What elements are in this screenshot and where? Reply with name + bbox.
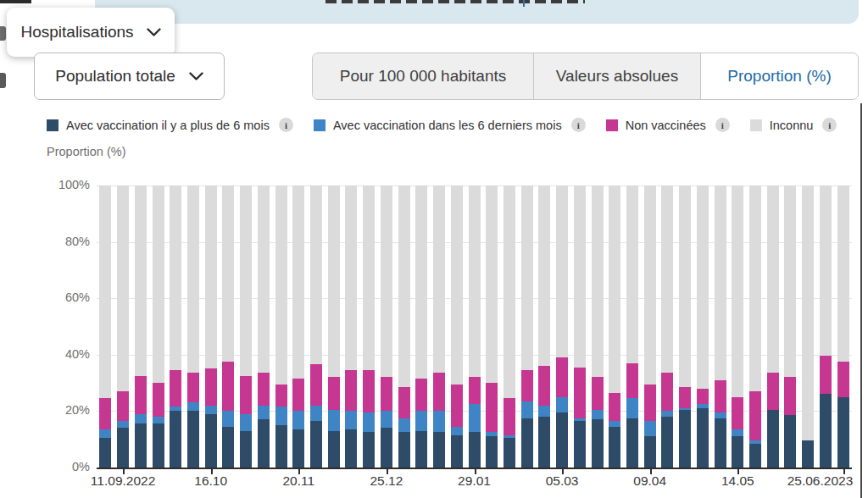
segment-vaccinated-over-6mo: [644, 436, 656, 468]
legend-item[interactable]: Inconnui: [750, 118, 837, 132]
stacked-bar[interactable]: [732, 185, 743, 468]
stacked-bar[interactable]: [363, 185, 375, 468]
stacked-bar[interactable]: [398, 185, 410, 468]
segment-vaccinated-last-6mo: [609, 421, 620, 427]
stacked-bar[interactable]: [820, 185, 832, 468]
segment-unknown: [802, 185, 814, 440]
population-dropdown[interactable]: Population totale: [34, 53, 225, 100]
tab-proportion[interactable]: Proportion (%): [701, 53, 858, 99]
stacked-bar[interactable]: [222, 185, 234, 468]
stacked-bar[interactable]: [802, 185, 814, 468]
stacked-bar[interactable]: [679, 185, 691, 468]
info-icon[interactable]: i: [715, 118, 730, 132]
segment-vaccinated-over-6mo: [363, 432, 375, 468]
segment-vaccinated-last-6mo: [275, 407, 287, 425]
stacked-bar[interactable]: [661, 185, 673, 468]
stacked-bar[interactable]: [556, 185, 568, 468]
segment-unvaccinated: [345, 370, 357, 411]
stacked-bar[interactable]: [328, 185, 340, 468]
segment-vaccinated-last-6mo: [187, 402, 199, 411]
tab-per-100000[interactable]: Pour 100 000 habitants: [313, 53, 534, 99]
segment-unvaccinated: [626, 363, 638, 399]
segment-vaccinated-over-6mo: [556, 412, 568, 468]
segment-unknown: [117, 185, 129, 391]
segment-unknown: [749, 185, 761, 391]
stacked-bar[interactable]: [784, 185, 796, 468]
segment-unknown: [275, 185, 287, 385]
stacked-bar[interactable]: [187, 185, 199, 468]
stacked-bar[interactable]: [310, 185, 322, 468]
vaccination-dashboard: Hospitalisations Population totale Pour …: [0, 0, 868, 498]
stacked-bar[interactable]: [99, 185, 111, 468]
stacked-bar[interactable]: [345, 185, 357, 468]
stacked-bar[interactable]: [592, 185, 604, 468]
segment-unknown: [732, 185, 743, 397]
segment-vaccinated-last-6mo: [170, 407, 181, 411]
segment-vaccinated-last-6mo: [205, 406, 217, 414]
segment-unvaccinated: [469, 377, 481, 404]
stacked-bar[interactable]: [767, 185, 779, 468]
stacked-bar[interactable]: [715, 185, 726, 468]
stacked-bar[interactable]: [521, 185, 533, 468]
stacked-bar[interactable]: [837, 185, 849, 468]
stacked-bar[interactable]: [240, 185, 252, 468]
segment-vaccinated-last-6mo: [556, 397, 568, 412]
y-axis-title: Proportion (%): [47, 145, 125, 158]
info-icon[interactable]: i: [822, 118, 837, 132]
segment-vaccinated-over-6mo: [381, 428, 392, 468]
stacked-bar[interactable]: [469, 185, 481, 468]
segment-unvaccinated: [609, 393, 620, 421]
stacked-bar[interactable]: [697, 185, 709, 468]
stacked-bar[interactable]: [117, 185, 129, 468]
x-axis-tick-label: 14.05: [721, 473, 754, 489]
stacked-bar[interactable]: [275, 185, 287, 468]
legend-label: Non vaccinées: [626, 119, 706, 132]
stacked-bar[interactable]: [415, 185, 427, 468]
indicator-dropdown[interactable]: Hospitalisations: [7, 8, 175, 57]
segment-unknown: [644, 185, 656, 385]
stacked-bar[interactable]: [609, 185, 620, 468]
info-icon[interactable]: i: [279, 118, 293, 132]
segment-vaccinated-over-6mo: [222, 427, 234, 468]
segment-vaccinated-over-6mo: [258, 419, 270, 468]
stacked-bar[interactable]: [135, 185, 147, 468]
stacked-bar[interactable]: [538, 185, 550, 468]
stacked-bar[interactable]: [486, 185, 498, 468]
stacked-bar[interactable]: [504, 185, 515, 468]
segment-unvaccinated: [275, 385, 287, 407]
stacked-bar[interactable]: [258, 185, 270, 468]
info-icon[interactable]: i: [571, 118, 586, 132]
legend-item[interactable]: Avec vaccination dans les 6 derniers moi…: [314, 118, 586, 132]
x-axis-tick-label: 25.06.2023: [787, 473, 854, 489]
segment-vaccinated-last-6mo: [451, 427, 463, 435]
segment-unknown: [222, 185, 234, 362]
stacked-bar[interactable]: [205, 185, 217, 468]
stacked-bar[interactable]: [574, 185, 586, 468]
edge-fragment: [0, 73, 6, 88]
segment-vaccinated-over-6mo: [504, 438, 515, 468]
stacked-bar[interactable]: [749, 185, 761, 468]
segment-unknown: [363, 185, 375, 370]
legend-item[interactable]: Non vaccinéesi: [606, 118, 730, 132]
stacked-bar[interactable]: [153, 185, 164, 468]
stacked-bar[interactable]: [626, 185, 638, 468]
segment-unknown: [574, 185, 586, 368]
stacked-bar[interactable]: [381, 185, 392, 468]
stacked-bar[interactable]: [170, 185, 181, 468]
segment-vaccinated-last-6mo: [258, 406, 270, 420]
segment-unvaccinated: [205, 368, 217, 405]
stacked-bar[interactable]: [451, 185, 463, 468]
segment-vaccinated-last-6mo: [328, 410, 340, 431]
unit-tab-group: Pour 100 000 habitants Valeurs absolues …: [312, 53, 859, 100]
stacked-bar[interactable]: [292, 185, 304, 468]
segment-unvaccinated: [837, 362, 849, 397]
indicator-dropdown-label: Hospitalisations: [20, 23, 133, 42]
segment-vaccinated-last-6mo: [398, 418, 410, 433]
stacked-bar[interactable]: [644, 185, 656, 468]
stacked-bar[interactable]: [433, 185, 445, 468]
segment-unknown: [556, 185, 568, 357]
segment-unknown: [258, 185, 270, 373]
tab-absolute-values[interactable]: Valeurs absolues: [534, 53, 701, 99]
top-banner: [95, 0, 859, 24]
legend-item[interactable]: Avec vaccination il y a plus de 6 moisi: [47, 118, 293, 132]
